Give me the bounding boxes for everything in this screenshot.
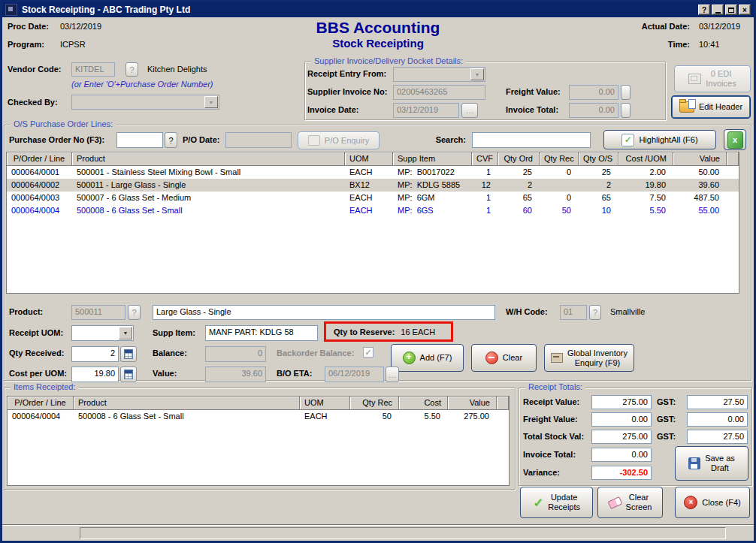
- app-title: BBS Accounting: [228, 19, 528, 37]
- drawer-icon: [551, 353, 563, 363]
- cell: 60: [498, 204, 540, 217]
- supplier-invoice-no-field[interactable]: 02005463265: [393, 85, 485, 100]
- po-date-field[interactable]: [225, 132, 292, 148]
- po-line-row[interactable]: 000064/0001500001 - Stainless Steel Mixi…: [7, 166, 739, 179]
- chevron-down-icon[interactable]: ▼: [119, 327, 132, 339]
- cell: 000064/0004: [7, 204, 72, 217]
- receipt-entry-from-select[interactable]: Supplier Invoice ▼: [393, 67, 485, 82]
- column-header: Qty Rec: [350, 397, 399, 410]
- column-header: Qty Rec: [540, 152, 579, 166]
- qty-to-reserve-label: Qty to Reserve:: [334, 327, 395, 336]
- product-lookup-button[interactable]: ?: [128, 305, 141, 320]
- check-icon: ✓: [533, 495, 543, 511]
- invoice-total-field[interactable]: 0.00: [569, 103, 618, 118]
- column-header: Value: [448, 397, 497, 410]
- bo-eta-calendar-button[interactable]: …: [386, 367, 399, 382]
- update-receipts-button[interactable]: ✓ UpdateReceipts: [520, 487, 593, 518]
- po-line-row[interactable]: 000064/0004500008 - 6 Glass Set - SmallE…: [7, 204, 739, 217]
- close-button[interactable]: ×: [739, 5, 751, 15]
- cell: 5.50: [399, 410, 448, 423]
- gst3-label: GST:: [657, 432, 676, 441]
- cell: 500007 - 6 Glass Set - Medium: [72, 192, 345, 204]
- cost-calculator-button[interactable]: [120, 367, 137, 382]
- receipted-item-row[interactable]: 000064/0004500008 - 6 Glass Set - SmallE…: [8, 410, 509, 423]
- invoice-total-sum-label: Invoice Total:: [523, 450, 576, 459]
- po-date-label: P/O Date:: [183, 135, 220, 144]
- po-lookup-button[interactable]: ?: [165, 132, 177, 148]
- product-code-field[interactable]: 500011: [71, 305, 125, 320]
- cell: 2.00: [618, 166, 673, 179]
- clear-button[interactable]: Clear: [471, 344, 537, 372]
- cell: 1: [472, 166, 498, 179]
- invoice-total-sum-field: 0.00: [591, 448, 652, 462]
- po-line-row[interactable]: 000064/0003500007 - 6 Glass Set - Medium…: [7, 192, 739, 204]
- backorder-balance-checkbox[interactable]: ✓: [363, 347, 373, 357]
- add-button[interactable]: + Add (F7): [391, 344, 464, 372]
- backorder-balance-label: Backorder Balance:: [277, 348, 354, 357]
- wh-lookup-button[interactable]: ?: [589, 305, 601, 320]
- variance-field: -302.50: [591, 466, 652, 480]
- minimize-button[interactable]: [712, 5, 724, 15]
- cell: 12: [472, 179, 498, 192]
- balance-field[interactable]: 0: [205, 346, 266, 362]
- invoice-date-field[interactable]: 03/12/2019: [393, 103, 459, 118]
- cell: 275.00: [448, 410, 497, 423]
- invoice-date-calendar-button[interactable]: …: [461, 103, 478, 118]
- freight-value-field[interactable]: 0.00: [569, 85, 618, 100]
- product-desc-field[interactable]: Large Glass - Single: [153, 305, 495, 320]
- gst1-field: 27.50: [687, 395, 748, 409]
- app-icon: [5, 4, 17, 16]
- qty-received-calculator-button[interactable]: [120, 346, 137, 362]
- items-table-body: 000064/0004500008 - 6 Glass Set - SmallE…: [8, 410, 509, 423]
- cell: 1: [472, 192, 498, 204]
- value-field[interactable]: 39.60: [205, 367, 266, 382]
- highlight-all-button[interactable]: ✓ HighlightAll (F6): [603, 130, 716, 149]
- chevron-down-icon[interactable]: ▼: [470, 68, 484, 80]
- supp-item-input[interactable]: MANF PART: KDLG 58: [205, 325, 318, 341]
- receipt-uom-select[interactable]: BX12 ▼: [71, 325, 134, 341]
- clear-screen-button[interactable]: ClearScreen: [597, 487, 663, 518]
- freight-value-button[interactable]: [621, 85, 631, 100]
- chevron-down-icon[interactable]: ▼: [204, 96, 218, 108]
- wh-code-field[interactable]: 01: [560, 305, 587, 320]
- edit-header-button[interactable]: Edit Header: [671, 95, 751, 119]
- title-bar: Stock Receipting - ABC Trading Pty Ltd ?…: [2, 2, 754, 17]
- cell: 2: [498, 179, 540, 192]
- vendor-name: Kitchen Delights: [147, 65, 207, 74]
- qty-received-input[interactable]: 2: [71, 346, 119, 362]
- cost-per-uom-input[interactable]: 19.80: [71, 367, 119, 382]
- minimize-icon: [715, 12, 721, 14]
- po-enquiry-button[interactable]: P/O Enquiry: [298, 131, 380, 149]
- help-button[interactable]: ?: [698, 5, 710, 15]
- cell: 0: [540, 192, 579, 204]
- product-label: Product:: [9, 307, 43, 316]
- invoice-total-button[interactable]: [621, 103, 631, 118]
- po-no-label: Purchase Order No (F3):: [9, 135, 104, 144]
- minus-icon: [485, 351, 498, 364]
- global-inventory-enquiry-button[interactable]: Global InventoryEnquiry (F9): [544, 344, 634, 372]
- edi-invoices-button[interactable]: 0 EDIInvoices: [674, 65, 751, 92]
- time-value: 10:41: [699, 40, 720, 49]
- cell: 0: [540, 166, 579, 179]
- close-f4-button[interactable]: × Close (F4): [675, 487, 750, 518]
- wh-code-label: W/H Code:: [506, 307, 548, 316]
- maximize-icon: [728, 8, 734, 13]
- po-no-input[interactable]: [116, 132, 163, 148]
- invoice-total-label: Invoice Total:: [506, 105, 558, 114]
- checked-by-select[interactable]: JR - John River ▼: [71, 95, 219, 110]
- export-excel-button[interactable]: x: [724, 129, 746, 150]
- search-input[interactable]: [472, 132, 591, 148]
- maximize-button[interactable]: [725, 5, 737, 15]
- vendor-lookup-button[interactable]: ?: [125, 62, 138, 77]
- save-as-draft-button[interactable]: Save asDraft: [675, 446, 748, 481]
- cell: 7.50: [618, 192, 673, 204]
- calculator-icon: [124, 370, 133, 379]
- cell: 19.80: [618, 179, 673, 192]
- invoice-date-label: Invoice Date:: [307, 105, 358, 114]
- column-header-filler: [497, 397, 509, 410]
- po-line-row[interactable]: 000064/0002500011 - Large Glass - Single…: [7, 179, 739, 192]
- column-header: Cost: [399, 397, 448, 410]
- vendor-code-field[interactable]: KITDEL: [71, 62, 115, 77]
- bo-eta-field[interactable]: 06/12/2019: [325, 367, 384, 382]
- close-circle-icon: ×: [684, 496, 697, 509]
